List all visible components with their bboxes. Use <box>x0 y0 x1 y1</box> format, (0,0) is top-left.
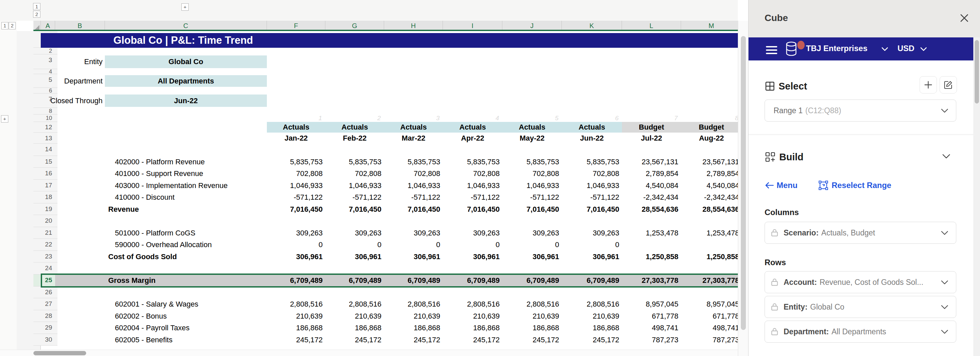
sheet-cell[interactable]: 186,868 <box>502 322 559 334</box>
filter-value-7[interactable]: Jun-22 <box>105 94 267 107</box>
vertical-scrollbar-thumb[interactable] <box>741 36 746 330</box>
sheet-cell[interactable]: 27,303,778 <box>681 275 738 286</box>
sheet-cell[interactable]: 210,639 <box>562 310 619 322</box>
row-header-19[interactable]: 19 <box>33 203 57 215</box>
account-label[interactable]: 410000 - Discount <box>115 191 274 203</box>
row-header-27[interactable]: 27 <box>33 298 57 310</box>
reselect-range-link[interactable]: Reselect Range <box>818 180 891 190</box>
row-header-6[interactable]: 6 <box>33 88 57 94</box>
sheet-cell[interactable]: 2,808,516 <box>443 298 500 310</box>
sheet-cell[interactable]: 2,808,516 <box>502 298 559 310</box>
edit-range-button[interactable] <box>940 76 957 94</box>
sheet-cell[interactable]: 1,253,478 <box>681 227 738 239</box>
sheet-cell[interactable]: 23,567,131 <box>622 156 678 168</box>
sheet-cell[interactable]: 498,741 <box>622 322 678 334</box>
filter-value-5[interactable]: All Departments <box>105 75 267 87</box>
sheet-cell[interactable]: 6,709,489 <box>384 275 440 286</box>
sheet-cell[interactable]: 186,868 <box>562 322 619 334</box>
sheet-cell[interactable]: 5,835,753 <box>562 156 619 168</box>
row-header-30[interactable]: 30 <box>33 334 57 346</box>
sheet-cell[interactable]: 245,172 <box>562 334 619 346</box>
sheet-cell[interactable]: 245,172 <box>325 334 382 346</box>
rows-account-dropdown[interactable]: Account: Revenue, Cost of Goods Sol... <box>765 271 956 293</box>
row-header-26[interactable]: 26 <box>33 286 57 298</box>
row-header-17[interactable]: 17 <box>33 180 57 191</box>
sheet-cell[interactable]: 0 <box>384 239 440 251</box>
row-header-12[interactable]: 12 <box>33 122 57 133</box>
sheet-cell[interactable]: 186,868 <box>325 322 382 334</box>
sheet-cell[interactable]: 7,016,450 <box>443 203 500 215</box>
row-header-28[interactable]: 28 <box>33 310 57 322</box>
sheet-cell[interactable]: 8,957,045 <box>622 298 678 310</box>
sheet-cell[interactable]: 28,554,636 <box>622 203 678 215</box>
column-group-expand-button[interactable]: + <box>181 3 189 11</box>
sheet-cell[interactable]: 210,639 <box>384 310 440 322</box>
sheet-cell[interactable]: 0 <box>443 239 500 251</box>
sheet-cell[interactable]: 1,253,478 <box>622 227 678 239</box>
sheet-cell[interactable]: 186,868 <box>267 322 323 334</box>
columns-scenario-dropdown[interactable]: Scenario: Actuals, Budget <box>765 222 956 244</box>
sheet-cell[interactable]: 1,046,933 <box>502 180 559 191</box>
sheet-cell[interactable]: 306,961 <box>502 251 559 262</box>
row-header-2[interactable]: 2 <box>33 48 57 54</box>
panel-scrollbar-thumb[interactable] <box>975 40 979 103</box>
account-label[interactable]: 401000 - Support Revenue <box>115 168 274 180</box>
sheet-cell[interactable]: 2,789,854 <box>622 168 678 180</box>
sheet-vertical-scrollbar[interactable] <box>738 21 748 356</box>
sheet-cell[interactable]: 702,808 <box>502 168 559 180</box>
sheet-cell[interactable]: 1,046,933 <box>267 180 323 191</box>
horizontal-scrollbar-thumb[interactable] <box>33 351 86 355</box>
sheet-cell[interactable]: 245,172 <box>443 334 500 346</box>
column-outline-level-2-button[interactable]: 2 <box>33 11 40 18</box>
account-label[interactable]: Revenue <box>108 203 267 215</box>
row-header-4[interactable]: 4 <box>33 69 57 74</box>
sheet-cell[interactable]: 245,172 <box>502 334 559 346</box>
sheet-cell[interactable]: 2,808,516 <box>267 298 323 310</box>
sheet-cell[interactable]: 309,263 <box>443 227 500 239</box>
sheet-cell[interactable]: 702,808 <box>325 168 382 180</box>
account-label[interactable]: 501000 - Platform CoGS <box>115 227 274 239</box>
sheet-cell[interactable]: -571,122 <box>502 191 559 203</box>
account-label[interactable]: 602002 - Bonus <box>115 310 274 322</box>
sheet-cell[interactable]: 1,046,933 <box>325 180 382 191</box>
account-label[interactable]: 403000 - Implementation Revenue <box>115 180 274 191</box>
panel-scrollbar[interactable] <box>973 37 980 356</box>
currency-chevron-down-icon[interactable] <box>920 47 928 51</box>
sheet-cell[interactable]: 306,961 <box>443 251 500 262</box>
rows-department-dropdown[interactable]: Department: All Departments <box>765 321 956 343</box>
sheet-cell[interactable]: 1,250,858 <box>622 251 678 262</box>
sheet-cell[interactable]: 0 <box>502 239 559 251</box>
row-header-13[interactable]: 13 <box>33 133 57 144</box>
account-label[interactable]: Gross Margin <box>108 275 267 286</box>
sheet-cell[interactable]: 0 <box>562 239 619 251</box>
row-header-8[interactable]: 8 <box>33 108 57 114</box>
sheet-cell[interactable]: 2,789,854 <box>681 168 738 180</box>
rows-entity-dropdown[interactable]: Entity: Global Co <box>765 296 956 318</box>
sheet-cell[interactable]: 6,709,489 <box>443 275 500 286</box>
sheet-cell[interactable]: 2,808,516 <box>325 298 382 310</box>
sheet-cell[interactable]: 702,808 <box>562 168 619 180</box>
sheet-cell[interactable]: 787,273 <box>681 334 738 346</box>
sheet-cell[interactable]: 23,567,131 <box>681 156 738 168</box>
sheet-cell[interactable]: 702,808 <box>384 168 440 180</box>
sheet-cell[interactable]: 1,250,858 <box>681 251 738 262</box>
sheet-cell[interactable]: 210,639 <box>443 310 500 322</box>
row-header-23[interactable]: 23 <box>33 251 57 262</box>
sheet-cell[interactable]: 671,778 <box>681 310 738 322</box>
sheet-cell[interactable]: 671,778 <box>622 310 678 322</box>
filter-value-3[interactable]: Global Co <box>105 56 267 68</box>
row-header-21[interactable]: 21 <box>33 227 57 239</box>
sheet-horizontal-scrollbar[interactable] <box>0 350 738 356</box>
sheet-cell[interactable]: 5,835,753 <box>325 156 382 168</box>
database-icon[interactable] <box>785 41 804 58</box>
sheet-cell[interactable]: 5,835,753 <box>384 156 440 168</box>
account-label[interactable]: Cost of Goods Sold <box>108 251 267 262</box>
sheet-cell[interactable]: 702,808 <box>443 168 500 180</box>
row-group-expand-button[interactable]: + <box>1 115 8 122</box>
sheet-cell[interactable]: 306,961 <box>562 251 619 262</box>
sheet-cell[interactable]: 6,709,489 <box>502 275 559 286</box>
account-label[interactable]: 602001 - Salary & Wages <box>115 298 274 310</box>
sheet-cell[interactable]: 6,709,489 <box>267 275 323 286</box>
row-header-10[interactable]: 10 <box>33 114 57 122</box>
sheet-cell[interactable]: 6,709,489 <box>325 275 382 286</box>
